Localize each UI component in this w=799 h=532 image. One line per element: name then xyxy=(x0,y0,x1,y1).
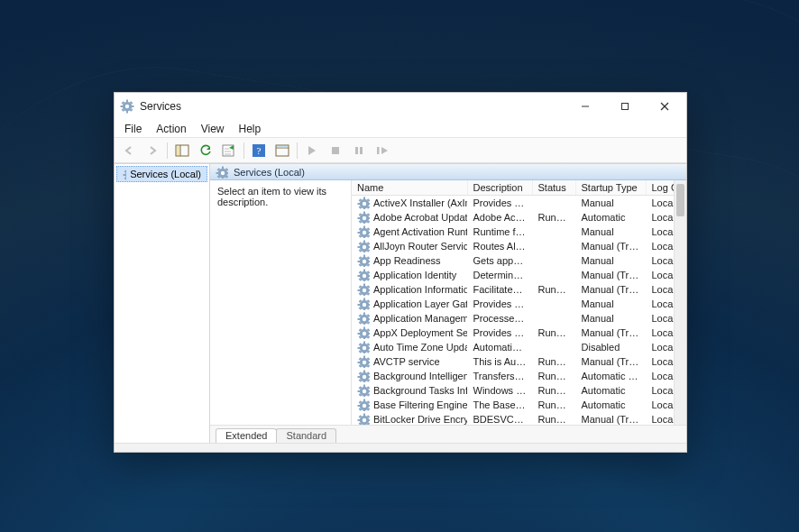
export-list-button[interactable] xyxy=(218,141,240,161)
service-row[interactable]: AllJoyn Router ServiceRoutes AllJo…Manua… xyxy=(352,239,674,253)
gear-icon xyxy=(357,370,370,382)
service-desc: Provides Use… xyxy=(467,196,532,210)
gear-icon xyxy=(357,341,370,353)
menu-help[interactable]: Help xyxy=(233,122,268,136)
titlebar[interactable]: Services xyxy=(115,93,686,120)
tree-root-services-local[interactable]: Services (Local) xyxy=(116,166,207,182)
scrollbar-thumb[interactable] xyxy=(676,184,684,216)
tab-standard[interactable]: Standard xyxy=(276,428,336,443)
gear-icon xyxy=(357,384,370,397)
service-desc: Routes AllJo… xyxy=(467,239,532,253)
statusbar xyxy=(115,443,686,452)
service-name: Application Layer Gateway S… xyxy=(373,298,467,309)
service-row[interactable]: Application IdentityDetermines …Manual (… xyxy=(352,268,674,282)
service-startup: Automatic (De… xyxy=(575,369,646,383)
service-name: AVCTP service xyxy=(373,356,440,367)
service-row[interactable]: Application Layer Gateway S…Provides sup… xyxy=(352,297,674,311)
service-row[interactable]: AppX Deployment Service (A…Provides infr… xyxy=(352,326,674,340)
services-list[interactable]: Name Description Status Startup Type Log… xyxy=(352,180,674,425)
vertical-scrollbar[interactable] xyxy=(674,180,686,425)
service-desc: Provides sup… xyxy=(467,297,532,311)
service-name: Auto Time Zone Updater xyxy=(373,342,467,353)
pause-service-button[interactable] xyxy=(348,141,370,161)
help-button[interactable]: ? xyxy=(248,141,270,161)
service-name: Application Information xyxy=(373,284,467,295)
properties-button[interactable] xyxy=(271,141,293,161)
service-logon: Local System xyxy=(646,412,674,426)
maximize-button[interactable] xyxy=(605,93,645,120)
service-status: Running xyxy=(532,354,575,369)
services-window: Services File Action View Help ? xyxy=(114,92,687,453)
service-status: Running xyxy=(532,369,575,383)
svg-rect-16 xyxy=(177,146,179,155)
service-row[interactable]: Auto Time Zone UpdaterAutomaticall…Disab… xyxy=(352,340,674,354)
app-gear-icon xyxy=(120,99,134,114)
service-status: Running xyxy=(532,383,575,398)
service-desc: Provides infr… xyxy=(467,326,532,340)
gear-icon xyxy=(357,197,370,209)
service-row[interactable]: Agent Activation Runtime_b…Runtime for …… xyxy=(352,225,674,239)
service-desc: Runtime for … xyxy=(467,225,532,239)
service-row[interactable]: App ReadinessGets apps re…ManualLocal Sy… xyxy=(352,253,674,268)
col-description[interactable]: Description xyxy=(467,180,532,196)
service-status xyxy=(532,253,575,268)
col-logon[interactable]: Log On As xyxy=(646,180,674,196)
service-status: Running xyxy=(532,412,575,426)
service-row[interactable]: Background Tasks Infrastruc…Windows infr… xyxy=(352,383,674,398)
col-status[interactable]: Status xyxy=(532,180,575,196)
console-tree[interactable]: Services (Local) xyxy=(115,164,210,443)
service-desc: Automaticall… xyxy=(467,340,532,354)
tab-extended[interactable]: Extended xyxy=(216,428,277,443)
menubar: File Action View Help xyxy=(115,120,686,138)
gear-icon xyxy=(357,399,370,411)
col-name[interactable]: Name xyxy=(352,180,467,196)
service-logon: Local System xyxy=(646,253,674,268)
col-startup[interactable]: Startup Type xyxy=(575,180,646,196)
refresh-button[interactable] xyxy=(195,141,216,161)
forward-button[interactable] xyxy=(142,141,163,161)
start-service-button[interactable] xyxy=(301,141,323,161)
service-row[interactable]: Application ManagementProcesses in…Manua… xyxy=(352,311,674,326)
service-row[interactable]: Application InformationFacilitates th…Ru… xyxy=(352,282,674,297)
service-logon: Local System xyxy=(646,311,674,326)
service-row[interactable]: AVCTP serviceThis is Audio…RunningManual… xyxy=(352,354,674,369)
close-button[interactable] xyxy=(645,93,684,120)
gear-icon xyxy=(216,166,228,179)
restart-service-button[interactable] xyxy=(372,141,393,161)
menu-action[interactable]: Action xyxy=(150,122,192,136)
service-startup: Manual (Trigg… xyxy=(575,326,646,340)
menu-view[interactable]: View xyxy=(195,122,231,136)
service-logon: Local System xyxy=(646,326,674,340)
service-name: Agent Activation Runtime_b… xyxy=(373,226,467,237)
service-row[interactable]: ActiveX Installer (AxInstSV)Provides Use… xyxy=(352,196,674,210)
service-logon: Local Service xyxy=(646,297,674,311)
gear-icon xyxy=(357,355,370,368)
show-hide-tree-button[interactable] xyxy=(171,141,193,161)
service-startup: Automatic xyxy=(575,383,646,398)
service-name: ActiveX Installer (AxInstSV) xyxy=(373,197,467,208)
back-button[interactable] xyxy=(118,141,140,161)
description-pane: Select an item to view its description. xyxy=(210,180,351,425)
service-status xyxy=(532,196,575,210)
svg-rect-25 xyxy=(277,146,288,148)
stop-service-button[interactable] xyxy=(325,141,346,161)
gear-icon xyxy=(357,312,370,325)
service-logon: Local System xyxy=(646,196,674,210)
service-desc: Processes in… xyxy=(467,311,532,326)
column-header-row[interactable]: Name Description Status Startup Type Log… xyxy=(352,180,674,196)
service-status xyxy=(532,340,575,354)
window-title: Services xyxy=(140,100,181,113)
menu-file[interactable]: File xyxy=(118,122,148,136)
service-logon: Local Service xyxy=(646,239,674,253)
service-startup: Manual xyxy=(575,311,646,326)
service-row[interactable]: Background Intelligent Tran…Transfers fi… xyxy=(352,369,674,383)
gear-icon xyxy=(357,254,370,267)
service-row[interactable]: Base Filtering EngineThe Base Filt…Runni… xyxy=(352,398,674,412)
service-row[interactable]: BitLocker Drive Encryption S…BDESVC hos…… xyxy=(352,412,674,426)
service-row[interactable]: Adobe Acrobat Update Servi…Adobe Acro…Ru… xyxy=(352,210,674,225)
service-startup: Automatic xyxy=(575,398,646,412)
minimize-button[interactable] xyxy=(565,93,605,120)
service-startup: Manual xyxy=(575,297,646,311)
service-name: Application Management xyxy=(373,313,467,324)
gear-icon xyxy=(357,298,370,310)
